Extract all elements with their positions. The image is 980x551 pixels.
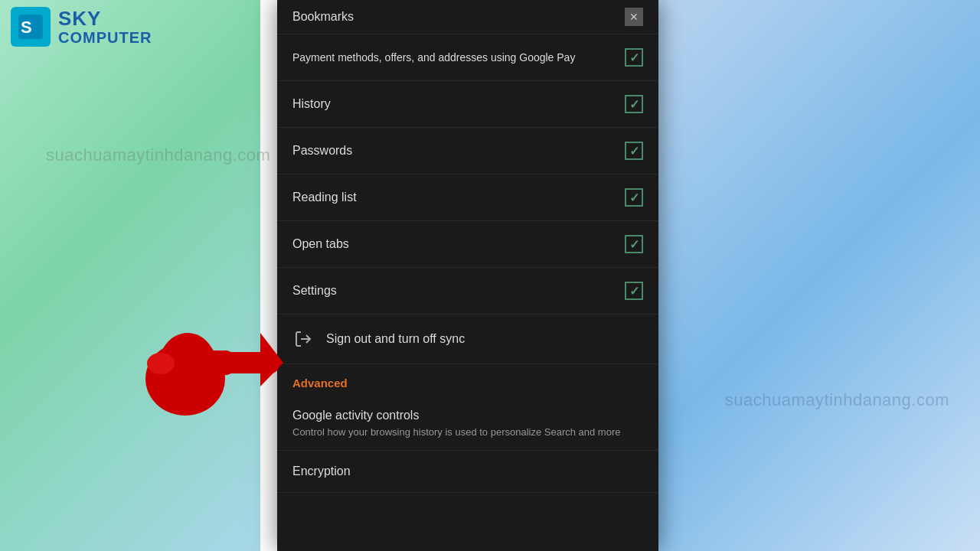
settings-item-payment[interactable]: Payment methods, offers, and addresses u… xyxy=(277,34,658,81)
logo-area: S SKY COMPUTER xyxy=(11,7,152,47)
advanced-label: Advanced xyxy=(292,377,348,390)
google-activity-title: Google activity controls xyxy=(292,409,643,422)
bookmarks-label: Bookmarks xyxy=(292,10,354,24)
svg-text:S: S xyxy=(21,18,32,37)
settings-item-history[interactable]: History xyxy=(277,81,658,128)
background-left xyxy=(0,0,260,551)
payment-checkbox[interactable] xyxy=(625,48,643,67)
google-activity-row[interactable]: Google activity controls Control how you… xyxy=(277,398,658,451)
settings-item-settings[interactable]: Settings xyxy=(277,268,658,315)
logo-sky: SKY xyxy=(58,8,152,30)
settings-item-open-tabs[interactable]: Open tabs xyxy=(277,221,658,268)
passwords-label: Passwords xyxy=(292,143,625,159)
bookmarks-close-icon[interactable]: ✕ xyxy=(625,8,643,26)
passwords-checkbox[interactable] xyxy=(625,142,643,160)
signout-icon xyxy=(292,328,314,350)
watermark-left: suachuamaytinhdanang.com xyxy=(46,145,270,165)
svg-point-7 xyxy=(147,353,175,374)
open-tabs-checkbox[interactable] xyxy=(625,235,643,253)
logo-computer: COMPUTER xyxy=(58,29,152,46)
history-checkbox[interactable] xyxy=(625,95,643,113)
logo-text: SKY COMPUTER xyxy=(58,8,152,47)
logo-icon: S xyxy=(11,7,51,47)
settings-checkbox[interactable] xyxy=(625,282,643,300)
settings-panel: Bookmarks ✕ Payment methods, offers, and… xyxy=(277,0,658,551)
advanced-section-header: Advanced xyxy=(277,364,658,398)
encryption-row[interactable]: Encryption xyxy=(277,451,658,493)
background-right xyxy=(658,0,980,551)
hand-pointer xyxy=(130,298,283,421)
open-tabs-label: Open tabs xyxy=(292,236,625,253)
reading-list-label: Reading list xyxy=(292,190,625,206)
signout-label: Sign out and turn off sync xyxy=(326,332,465,346)
watermark-right: suachuamaytinhdanang.com xyxy=(725,390,949,410)
google-activity-desc: Control how your browsing history is use… xyxy=(292,425,643,439)
settings-label: Settings xyxy=(292,283,625,299)
signout-row[interactable]: Sign out and turn off sync xyxy=(277,315,658,364)
reading-list-checkbox[interactable] xyxy=(625,188,643,207)
payment-label: Payment methods, offers, and addresses u… xyxy=(292,51,625,64)
encryption-label: Encryption xyxy=(292,465,351,478)
bookmarks-row[interactable]: Bookmarks ✕ xyxy=(277,0,658,34)
settings-item-passwords[interactable]: Passwords xyxy=(277,128,658,174)
history-label: History xyxy=(292,96,625,112)
settings-item-reading-list[interactable]: Reading list xyxy=(277,174,658,221)
svg-marker-3 xyxy=(260,333,283,386)
